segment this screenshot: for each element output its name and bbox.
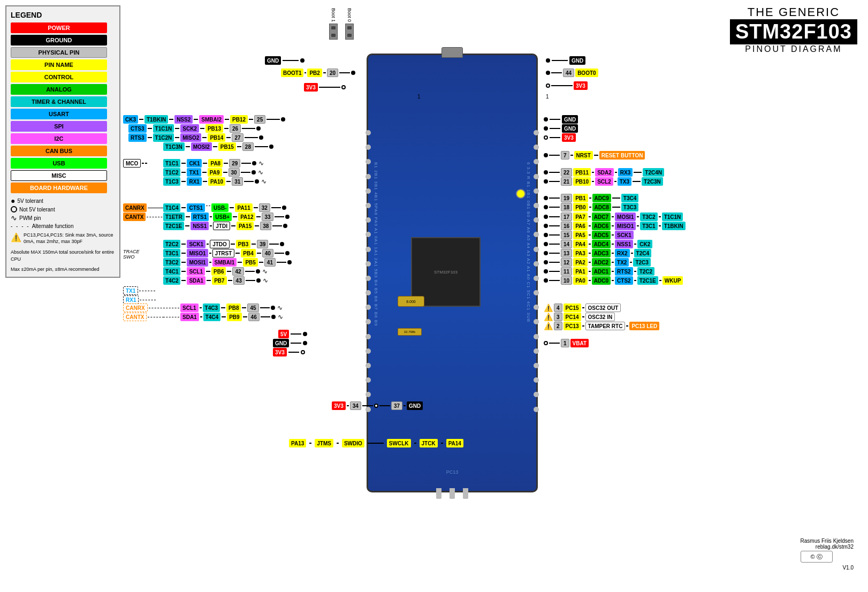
row-pa15: T2C1E NSS1 JTDI PA15 38 bbox=[163, 222, 287, 230]
row-pc13: ⚠️ 2 PC13 TAMPER RTC PC13 LED bbox=[544, 322, 659, 330]
cantx-2: CANTX bbox=[123, 313, 164, 321]
row-5v: 5V bbox=[278, 330, 307, 338]
credit-author: Rasmus Friis Kjeldsen bbox=[801, 538, 854, 544]
legend-note2: Max ±20mA per pin, ±8mA recommended bbox=[11, 266, 115, 273]
top-3v3-left: 3V3 bbox=[304, 83, 346, 92]
row-pb1: 19 PB1 ADC9 T3C4 bbox=[544, 194, 638, 202]
credit-section: Rasmus Friis Kjeldsen reblag.dk/stm32 © … bbox=[801, 538, 854, 571]
legend-power-box: POWER bbox=[11, 22, 107, 33]
legend-pinname: PIN NAME bbox=[11, 59, 115, 70]
legend-usart-box: USART bbox=[11, 109, 107, 119]
legend-pinname-box: PIN NAME bbox=[11, 59, 107, 70]
version-label: V1.0 bbox=[801, 565, 854, 571]
legend-alt: - - - -Alternate function bbox=[11, 223, 115, 229]
legend-usb-box: USB bbox=[11, 158, 107, 169]
canrx-1: CANRX bbox=[123, 203, 169, 212]
legend-timer: TIMER & CHANNEL bbox=[11, 96, 115, 107]
boot1-label: BOOT1 PB2 20 bbox=[281, 69, 355, 77]
row-pa5: 15 PA5 ADC5 SCK1 bbox=[544, 231, 634, 239]
legend-ground-box: GROUND bbox=[11, 35, 107, 45]
boot0-header: Boot 0 bbox=[345, 8, 354, 40]
row-pa11: T1C4 CTS1 USB- PA11 32 bbox=[163, 203, 286, 212]
legend-not5v: Not 5V tolerant bbox=[11, 206, 115, 212]
row-pa3: 13 PA3 ADC3 RX2 T2C4 bbox=[544, 249, 651, 257]
row-pb3: T2C2 SCK1 JTDO PB3 39 bbox=[163, 240, 284, 248]
bottom-jtag: PA13 JTMS SWDIO SWCLK JTCK PA14 bbox=[289, 439, 463, 447]
row-pb13: CTS3 T1C1N SCK2 PB13 26 bbox=[128, 124, 261, 133]
row-pa0: 10 PA0 ADC0 CTS2 T2C1E WKUP bbox=[544, 276, 683, 285]
legend-can-box: CAN BUS bbox=[11, 146, 107, 156]
legend-spi-box: SPI bbox=[11, 121, 107, 132]
row-pb11: 22 PB11 SDA2 RX3 T2C4N bbox=[544, 168, 664, 177]
row-pa2: 12 PA2 ADC2 TX2 T2C3 bbox=[544, 258, 651, 267]
indicator-1-left: 1 bbox=[417, 94, 421, 100]
legend-analog-box: ANALOG bbox=[11, 84, 107, 95]
row-pa9: T1C2 TX1 PA9 30 ∿ bbox=[163, 168, 263, 177]
legend-physical-box: PHYSICAL PIN bbox=[11, 47, 107, 58]
row-pb7: T4C2 SDA1 PB7 43 ∿ bbox=[163, 276, 268, 285]
legend-physical: PHYSICAL PIN bbox=[11, 47, 115, 58]
row-pa12: T1ETR RTS1 USB+ PA12 33 bbox=[163, 212, 290, 221]
canrx-2: CANRX bbox=[123, 303, 165, 312]
mco-label: MCO bbox=[123, 159, 147, 168]
legend-misc-box: MISC bbox=[11, 170, 107, 181]
legend-panel: LEGEND POWER GROUND PHYSICAL PIN PIN NAM… bbox=[5, 5, 120, 278]
legend-power: POWER bbox=[11, 22, 115, 33]
row-gnd-bottom: GND bbox=[273, 339, 307, 347]
row-pc15: ⚠️ 4 PC15 OSC32 OUT bbox=[544, 303, 621, 312]
legend-note1: Absolute MAX 150mA total source/sink for… bbox=[11, 249, 115, 262]
boot0-label: 44 BOOT0 bbox=[546, 69, 598, 77]
right-3v3: 3V3 bbox=[544, 133, 576, 142]
pinout-diagram: STM32F103 8.000 32.768k bbox=[123, 0, 862, 592]
legend-boardhw-box: BOARD HARDWARE bbox=[11, 183, 107, 193]
legend-timer-box: TIMER & CHANNEL bbox=[11, 96, 107, 107]
top-gnd-left: GND bbox=[265, 56, 304, 65]
row-pb0: 18 PB0 ADC8 T3C3 bbox=[544, 203, 638, 211]
row-pa4: 14 PA4 ADC4 NSS1 CK2 bbox=[544, 240, 652, 248]
row-pa1: 11 PA1 ADC1 RTS2 T2C2 bbox=[544, 267, 654, 276]
row-pa10: T1C3 RX1 PA10 31 ∿ bbox=[163, 177, 267, 186]
legend-ground: GROUND bbox=[11, 35, 115, 45]
legend-title: LEGEND bbox=[11, 11, 115, 19]
row-pb6: T4C1 SCL1 PB6 42 ∿ bbox=[163, 267, 268, 276]
top-gnd-right: GND bbox=[546, 56, 585, 65]
row-pb15: T1C3N MOSI2 PB15 28 bbox=[163, 142, 273, 151]
legend-usb: USB bbox=[11, 158, 115, 169]
cc-license-icon: © ⓒ bbox=[801, 551, 833, 563]
row-pa7: 17 PA7 ADC7 MOSI1 T3C2 T1C1N bbox=[544, 212, 683, 221]
row-pa6: 16 PA6 ADC6 MISO1 T3C1 T1BKIN bbox=[544, 222, 686, 230]
right-gnd1: GND bbox=[544, 115, 578, 124]
legend-i2c-box: I2C bbox=[11, 133, 107, 144]
row-pb8: SCL1 T4C3 PB8 45 ∿ bbox=[163, 303, 283, 312]
row-pb14: RTS3 T1C2N MISO2 PB14 27 bbox=[128, 133, 263, 142]
cantx-1: CANTX bbox=[123, 212, 168, 221]
legend-spi: SPI bbox=[11, 121, 115, 132]
legend-i2c: I2C bbox=[11, 133, 115, 144]
legend-control: CONTROL bbox=[11, 72, 115, 82]
legend-misc: MISC bbox=[11, 170, 115, 181]
legend-usart: USART bbox=[11, 109, 115, 119]
credit-site: reblag.dk/stm32 bbox=[801, 544, 854, 550]
legend-pwm: ∿PWM pin bbox=[11, 214, 115, 222]
tx1-dashed: TX1 bbox=[123, 286, 155, 295]
indicator-1-right: 1 bbox=[546, 94, 549, 100]
row-pb10: 21 PB10 SCL2 TX3 T2C3N bbox=[544, 177, 663, 186]
row-pc14: ⚠️ 3 PC14 OSC32 IN bbox=[544, 313, 615, 321]
board-image: STM32F103 8.000 32.768k bbox=[367, 54, 538, 492]
row-pa8: T1C1 CK1 PA8 29 ∿ bbox=[163, 159, 264, 168]
rx1-dashed: RX1 bbox=[123, 295, 156, 304]
row-nrst: 7 NRST RESET BUTTON bbox=[544, 151, 645, 160]
legend-can: CAN BUS bbox=[11, 146, 115, 156]
row-pb5: T3C2 MOSI1 SMBAI1 PB5 41 bbox=[163, 258, 292, 267]
row-pb4: T3C1 MISO1 JTRST PB4 40 bbox=[163, 249, 290, 257]
legend-5v: ●5V tolerant bbox=[11, 196, 115, 205]
legend-control-box: CONTROL bbox=[11, 72, 107, 82]
legend-analog: ANALOG bbox=[11, 84, 115, 95]
top-3v3-right: 3V3 bbox=[546, 81, 588, 90]
row-vbat: 1 VBAT bbox=[544, 339, 589, 347]
row-pb9: SDA1 T4C4 PB9 46 ∿ bbox=[163, 313, 283, 321]
row-pb12: CK3 T1BKIN NSS2 SMBAI2 PB12 25 bbox=[123, 115, 285, 124]
legend-boardhw: BOARD HARDWARE bbox=[11, 183, 115, 193]
boot1-header: Boot 1 bbox=[329, 8, 338, 40]
row-3v3-bottom: 3V3 bbox=[273, 348, 305, 356]
